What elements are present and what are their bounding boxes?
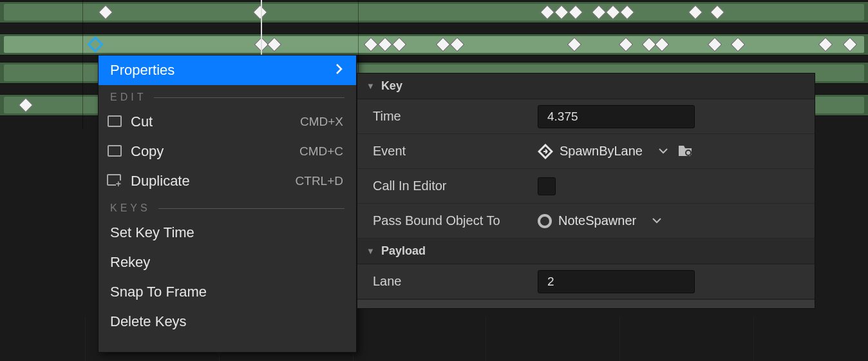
pass-bound-dropdown[interactable]: NoteSpawner <box>538 213 662 228</box>
menu-copy[interactable]: Copy CMD+C <box>99 137 356 166</box>
menu-label: Rekey <box>110 254 150 271</box>
menu-label: Cut <box>131 113 153 130</box>
chevron-down-icon <box>658 146 668 157</box>
menu-shortcut: CTRL+D <box>296 174 343 188</box>
menu-section-label: KEYS <box>110 202 151 214</box>
lane-input[interactable]: 2 <box>538 270 695 293</box>
menu-section-keys: KEYS <box>99 196 356 218</box>
menu-label: Set Key Time <box>110 224 194 241</box>
input-value: 4.375 <box>547 110 578 124</box>
menu-shortcut: CMD+C <box>299 144 343 159</box>
section-key[interactable]: ▼ Key <box>357 73 815 99</box>
field-label: Time <box>373 109 538 124</box>
menu-label: Delete Keys <box>110 313 187 330</box>
properties-panel: ▼ Key Time 4.375 Event SpawnByLane Cal <box>357 73 815 309</box>
browse-icon[interactable] <box>677 143 693 160</box>
menu-label: Properties <box>110 62 175 79</box>
row-pass-bound: Pass Bound Object To NoteSpawner <box>357 204 815 239</box>
section-payload[interactable]: ▼ Payload <box>357 239 815 264</box>
section-title: Key <box>381 79 402 93</box>
menu-properties[interactable]: Properties <box>99 55 356 85</box>
duplicate-icon <box>108 173 123 189</box>
timeline-track[interactable] <box>0 34 868 55</box>
menu-label: Snap To Frame <box>110 284 207 300</box>
context-menu: Properties EDIT Cut CMD+X Copy CMD+C Dup… <box>98 55 357 353</box>
event-diamond-icon <box>538 144 553 159</box>
dropdown-value: SpawnByLane <box>560 144 643 159</box>
row-lane: Lane 2 <box>357 264 815 299</box>
chevron-down-icon <box>652 215 662 227</box>
field-label: Pass Bound Object To <box>373 213 538 228</box>
menu-section-label: EDIT <box>110 92 146 103</box>
dropdown-value: NoteSpawner <box>558 213 636 228</box>
timeline-gridline <box>82 0 83 129</box>
disclosure-triangle-icon: ▼ <box>366 81 375 91</box>
menu-rekey[interactable]: Rekey <box>99 248 356 277</box>
menu-section-edit: EDIT <box>99 85 356 107</box>
field-label: Lane <box>373 274 538 289</box>
row-event: Event SpawnByLane <box>357 134 815 169</box>
menu-label: Copy <box>131 143 164 160</box>
menu-cut[interactable]: Cut CMD+X <box>99 107 356 137</box>
timeline-track[interactable] <box>0 1 868 23</box>
cut-icon <box>108 114 123 130</box>
field-label: Call In Editor <box>373 179 538 193</box>
input-value: 2 <box>547 275 554 289</box>
menu-delete-keys[interactable]: Delete Keys <box>99 307 356 337</box>
menu-snap-to-frame[interactable]: Snap To Frame <box>99 277 356 307</box>
menu-set-key-time[interactable]: Set Key Time <box>99 218 356 248</box>
call-in-editor-checkbox[interactable] <box>538 177 556 195</box>
disclosure-triangle-icon: ▼ <box>366 246 375 256</box>
section-title: Payload <box>381 244 426 258</box>
object-ring-icon <box>538 214 552 228</box>
panel-footer <box>357 299 815 308</box>
menu-duplicate[interactable]: Duplicate CTRL+D <box>99 166 356 196</box>
chevron-right-icon <box>335 63 343 78</box>
menu-label: Duplicate <box>131 173 190 190</box>
menu-shortcut: CMD+X <box>300 115 343 129</box>
field-label: Event <box>373 144 538 159</box>
event-dropdown[interactable]: SpawnByLane <box>538 144 668 159</box>
copy-icon <box>108 144 123 159</box>
row-call-in-editor: Call In Editor <box>357 169 815 204</box>
row-time: Time 4.375 <box>357 99 815 134</box>
time-input[interactable]: 4.375 <box>538 105 695 128</box>
